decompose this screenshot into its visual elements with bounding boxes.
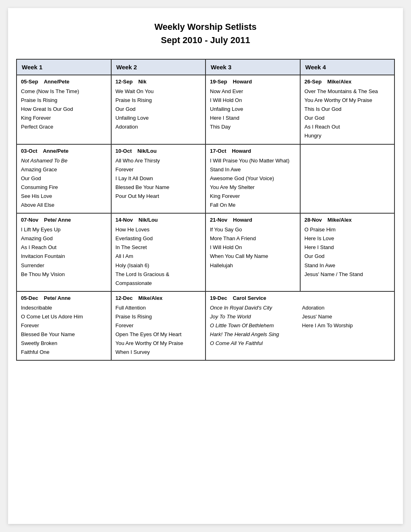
song-item: King Forever	[21, 114, 107, 123]
cell-header: 12-DecMike/Alex	[116, 295, 201, 301]
cell-r2-c2: 21-NovHowardIf You Say GoMore Than A Fri…	[206, 214, 301, 292]
song-item: Indescribable	[21, 303, 107, 312]
song-item: Pour Out My Heart	[116, 192, 201, 201]
cell-songs: IndescribableO Come Let Us Adore HimFore…	[21, 303, 107, 357]
song-item: Hallelujah	[210, 261, 296, 270]
song-item: Our God	[305, 252, 390, 261]
carol-header: 19-DecCarol Service	[210, 295, 390, 301]
song-item: Faithful One	[21, 348, 107, 357]
song-item: Joy To The World	[210, 312, 298, 321]
song-item: I Lay It All Down	[116, 174, 201, 183]
song-item: O Come Let Us Adore Him	[21, 312, 107, 321]
song-item: Praise Is Rising	[116, 96, 201, 105]
song-item: Hungry	[305, 131, 390, 140]
song-item: The Lord Is Gracious & Compassionate	[116, 270, 201, 288]
song-item: Consuming Fire	[21, 183, 107, 192]
song-item: Over The Mountains & The Sea	[305, 87, 390, 96]
song-item: Forever	[21, 321, 107, 330]
song-item: We Wait On You	[116, 87, 201, 96]
song-item: Stand In Awe	[210, 165, 296, 174]
song-item: Fall On Me	[210, 201, 296, 210]
song-item: Hark! The Herald Angels Sing	[210, 330, 298, 339]
song-item: Stand In Awe	[305, 261, 390, 270]
song-item: Invitacion Fountain	[21, 252, 107, 261]
cell-header: 10-OctNik/Lou	[116, 148, 201, 154]
song-item: King Forever	[210, 192, 296, 201]
cell-r1-c0: 03-OctAnne/PeteNot Ashamed To BeAmazing …	[17, 145, 112, 214]
carol-songs: Once In Royal David's CityJoy To The Wor…	[210, 303, 390, 348]
song-item: How He Loves	[116, 225, 201, 234]
song-item: Adoration	[302, 303, 390, 312]
cell-r2-c3: 28-NovMike/AlexO Praise HimHere Is LoveH…	[301, 214, 395, 292]
cell-songs: Not Ashamed To BeAmazing GraceOur GodCon…	[21, 156, 107, 210]
title-text: Weekly Worship Setlists Sept 2010 - July…	[16, 20, 395, 47]
song-item: I Will Hold On	[210, 243, 296, 252]
cell-header: 28-NovMike/Alex	[305, 217, 390, 223]
song-item: Unfailing Love	[116, 114, 201, 123]
song-item: Praise Is Rising	[21, 96, 107, 105]
cell-songs: Over The Mountains & The SeaYou Are Wort…	[305, 87, 390, 141]
song-item: Once In Royal David's City	[210, 303, 298, 312]
song-item: Our God	[21, 174, 107, 183]
song-item: This Is Our God	[305, 105, 390, 114]
carol-left-col: Once In Royal David's CityJoy To The Wor…	[210, 303, 298, 348]
carol-cell: 19-DecCarol ServiceOnce In Royal David's…	[206, 292, 395, 361]
song-item: Amazing God	[21, 234, 107, 243]
cell-songs: How He LovesEverlasting GodIn The Secret…	[116, 225, 201, 288]
song-item: Jesus' Name	[302, 312, 390, 321]
song-item: Holy (Isaiah 6)	[116, 261, 201, 270]
col-header-week3: Week 3	[206, 60, 301, 75]
page: Weekly Worship Setlists Sept 2010 - July…	[8, 8, 403, 524]
song-item: Forever	[116, 321, 201, 330]
song-item: As I Reach Out	[21, 243, 107, 252]
cell-header: 19-SepHoward	[210, 79, 296, 85]
song-item: Blessed Be Your Name	[21, 330, 107, 339]
song-item: Here I Am To Worship	[302, 321, 390, 330]
cell-header: 21-NovHoward	[210, 217, 296, 223]
song-item: Forever	[116, 165, 201, 174]
col-header-week2: Week 2	[112, 60, 206, 75]
song-item: All I Am	[116, 252, 201, 261]
song-item: Our God	[305, 114, 390, 123]
song-item: How Great Is Our God	[21, 105, 107, 114]
cell-songs: I Lift My Eyes UpAmazing GodAs I Reach O…	[21, 225, 107, 279]
song-item: Our God	[116, 105, 201, 114]
song-item: Here Is Love	[305, 234, 390, 243]
song-item: Surrender	[21, 261, 107, 270]
page-title: Weekly Worship Setlists Sept 2010 - July…	[16, 20, 395, 47]
cell-r0-c2: 19-SepHowardNow And EverI Will Hold OnUn…	[206, 75, 301, 145]
song-item: Come (Now Is The Time)	[21, 87, 107, 96]
song-item: Everlasting God	[116, 234, 201, 243]
cell-songs: We Wait On YouPraise Is RisingOur GodUnf…	[116, 87, 201, 131]
cell-header: 14-NovNik/Lou	[116, 217, 201, 223]
cell-songs: O Praise HimHere Is LoveHere I StandOur …	[305, 225, 390, 279]
song-item: Here I Stand	[210, 114, 296, 123]
song-item: Open The Eyes Of My Heart	[116, 330, 201, 339]
song-item: If You Say Go	[210, 225, 296, 234]
cell-songs: I Will Praise You (No Matter What)Stand …	[210, 156, 296, 210]
cell-songs: If You Say GoMore Than A FriendI Will Ho…	[210, 225, 296, 270]
song-item: Full Attention	[116, 303, 201, 312]
cell-songs: Come (Now Is The Time)Praise Is RisingHo…	[21, 87, 107, 131]
song-item: O Praise Him	[305, 225, 390, 234]
carol-right-col: AdorationJesus' NameHere I Am To Worship	[302, 303, 390, 348]
song-item: This Day	[210, 123, 296, 131]
cell-r0-c1: 12-SepNikWe Wait On YouPraise Is RisingO…	[112, 75, 206, 145]
cell-r1-c1: 10-OctNik/LouAll Who Are ThirstyForeverI…	[112, 145, 206, 214]
song-item: Adoration	[116, 123, 201, 131]
song-item: I Lift My Eyes Up	[21, 225, 107, 234]
cell-songs: Full AttentionPraise Is RisingForeverOpe…	[116, 303, 201, 357]
song-item: More Than A Friend	[210, 234, 296, 243]
song-item: Sweetly Broken	[21, 339, 107, 348]
song-item: Here I Stand	[305, 243, 390, 252]
song-item: Now And Ever	[210, 87, 296, 96]
song-item: When You Call My Name	[210, 252, 296, 261]
cell-header: 05-SepAnne/Pete	[21, 79, 107, 85]
cell-header: 05-DecPete/ Anne	[21, 295, 107, 301]
song-item: Above All Else	[21, 201, 107, 210]
cell-r1-c2: 17-OctHowardI Will Praise You (No Matter…	[206, 145, 301, 214]
song-item: O Little Town Of Bethlehem	[210, 321, 298, 330]
cell-songs: Now And EverI Will Hold OnUnfailing Love…	[210, 87, 296, 131]
song-item: All Who Are Thirsty	[116, 156, 201, 165]
song-item: You Are Worthy Of My Praise	[116, 339, 201, 348]
